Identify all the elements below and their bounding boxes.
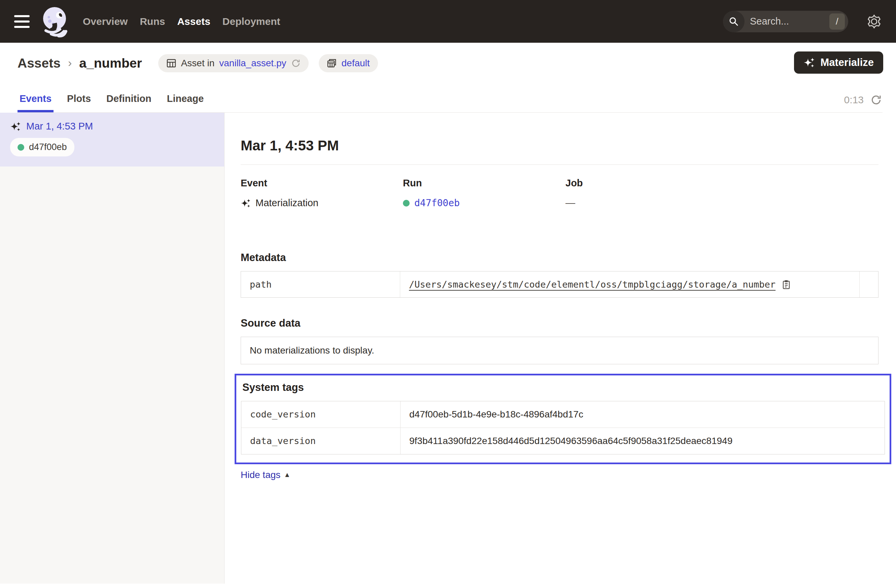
- job-empty-value: —: [565, 198, 575, 208]
- nav-item-runs[interactable]: Runs: [140, 16, 165, 27]
- global-search[interactable]: /: [723, 11, 848, 32]
- nav-item-assets[interactable]: Assets: [177, 16, 210, 27]
- metadata-action-cell: [859, 272, 878, 297]
- dagster-logo-icon[interactable]: [40, 5, 71, 38]
- materialization-sparkle-icon: [10, 121, 21, 132]
- asset-name-title: a_number: [79, 56, 142, 71]
- tab-events[interactable]: Events: [17, 91, 53, 112]
- events-sidebar: Mar 1, 4:53 PM d47f00eb: [0, 113, 224, 583]
- system-tag-value: d47f00eb-5d1b-4e9e-b18c-4896af4bd17c: [401, 401, 885, 427]
- tab-plots[interactable]: Plots: [65, 91, 93, 112]
- metadata-title: Metadata: [241, 252, 879, 264]
- group-default-link[interactable]: default: [341, 58, 370, 68]
- breadcrumb-assets-link[interactable]: Assets: [17, 56, 61, 71]
- app-window: Overview Runs Assets Deployment /: [0, 0, 896, 588]
- breadcrumb-separator: ›: [68, 56, 72, 69]
- event-detail-panel: Mar 1, 4:53 PM Event Materializatio: [224, 113, 896, 583]
- sparkle-icon: [803, 57, 815, 68]
- repo-grid-icon: [327, 58, 337, 68]
- breadcrumb: Assets › a_number Asset in vanilla_ass: [17, 53, 882, 74]
- metadata-path-link[interactable]: /Users/smackesey/stm/code/elementl/oss/t…: [409, 279, 776, 290]
- nav-item-deployment[interactable]: Deployment: [222, 16, 280, 27]
- asset-location-badge: Asset in vanilla_asset.py: [158, 54, 309, 72]
- event-column: Event Materialization: [241, 178, 403, 208]
- asset-file-link[interactable]: vanilla_asset.py: [219, 58, 286, 68]
- table-row: path /Users/smackesey/stm/code/elementl/…: [241, 272, 878, 297]
- run-id-label: d47f00eb: [29, 142, 67, 152]
- materialization-sparkle-icon: [241, 198, 251, 208]
- asset-location-prefix: Asset in: [181, 58, 215, 68]
- system-tag-key: code_version: [241, 401, 401, 427]
- metadata-table: path /Users/smackesey/stm/code/elementl/…: [241, 271, 879, 298]
- event-detail-heading: Mar 1, 4:53 PM: [241, 138, 879, 154]
- hide-tags-label: Hide tags: [241, 469, 280, 480]
- table-row: data_version 9f3b411a390fd22e158d446d5d1…: [241, 427, 885, 454]
- run-status-dot: [17, 144, 24, 151]
- metadata-key: path: [241, 272, 400, 297]
- hide-tags-link[interactable]: Hide tags ▲: [241, 469, 291, 480]
- system-tag-value: 9f3b411a390fd22e158d446d5d12504963596aa6…: [401, 428, 885, 454]
- group-badge: default: [319, 54, 378, 72]
- source-data-title: Source data: [241, 317, 879, 329]
- tab-definition[interactable]: Definition: [104, 91, 154, 112]
- nav-item-overview[interactable]: Overview: [83, 16, 128, 27]
- page-header: Assets › a_number Asset in vanilla_ass: [0, 43, 896, 113]
- metadata-section: Metadata path /Users/smackesey/stm/code/…: [241, 252, 879, 298]
- refresh-icon[interactable]: [870, 94, 882, 106]
- copy-icon[interactable]: [782, 280, 791, 290]
- system-tag-key: data_version: [241, 428, 401, 454]
- job-label: Job: [565, 178, 879, 189]
- refresh-timer: 0:13: [844, 94, 882, 112]
- materialize-button[interactable]: Materialize: [794, 52, 883, 74]
- system-tags-table: code_version d47f00eb-5d1b-4e9e-b18c-489…: [241, 401, 885, 454]
- search-icon: [723, 11, 745, 32]
- system-tags-highlight-box: System tags code_version d47f00eb-5d1b-4…: [235, 374, 891, 464]
- system-tags-title: System tags: [242, 381, 885, 394]
- event-timestamp-link[interactable]: Mar 1, 4:53 PM: [26, 121, 93, 132]
- asset-tabs: Events Plots Definition Lineage 0:13: [17, 91, 882, 113]
- job-column: Job —: [565, 178, 879, 208]
- top-nav: Overview Runs Assets Deployment /: [0, 0, 896, 43]
- event-label: Event: [241, 178, 403, 189]
- settings-gear-icon[interactable]: [866, 14, 882, 29]
- search-shortcut-key: /: [829, 14, 845, 30]
- run-label: Run: [403, 178, 565, 189]
- run-id-badge[interactable]: d47f00eb: [10, 138, 75, 156]
- reload-definition-icon[interactable]: [291, 59, 300, 68]
- run-id-link[interactable]: d47f00eb: [414, 198, 460, 208]
- divider: [241, 164, 879, 165]
- refresh-countdown: 0:13: [844, 94, 864, 106]
- primary-nav: Overview Runs Assets Deployment: [83, 16, 280, 27]
- content-area: Mar 1, 4:53 PM d47f00eb Mar 1, 4:53 PM E…: [0, 113, 896, 583]
- materialize-button-label: Materialize: [820, 56, 874, 68]
- run-status-dot: [403, 200, 410, 207]
- collapse-caret-icon: ▲: [284, 471, 291, 479]
- source-data-section: Source data No materializations to displ…: [241, 317, 879, 364]
- search-input[interactable]: [745, 16, 829, 27]
- event-summary-columns: Event Materialization Run: [241, 178, 879, 208]
- table-grid-icon: [166, 58, 176, 68]
- run-column: Run d47f00eb: [403, 178, 565, 208]
- hamburger-menu-icon[interactable]: [14, 15, 30, 28]
- event-list-item[interactable]: Mar 1, 4:53 PM d47f00eb: [0, 113, 224, 167]
- event-type-value: Materialization: [256, 198, 318, 208]
- source-data-empty-message: No materializations to display.: [241, 337, 879, 364]
- table-row: code_version d47f00eb-5d1b-4e9e-b18c-489…: [241, 401, 885, 427]
- tab-lineage[interactable]: Lineage: [165, 91, 206, 112]
